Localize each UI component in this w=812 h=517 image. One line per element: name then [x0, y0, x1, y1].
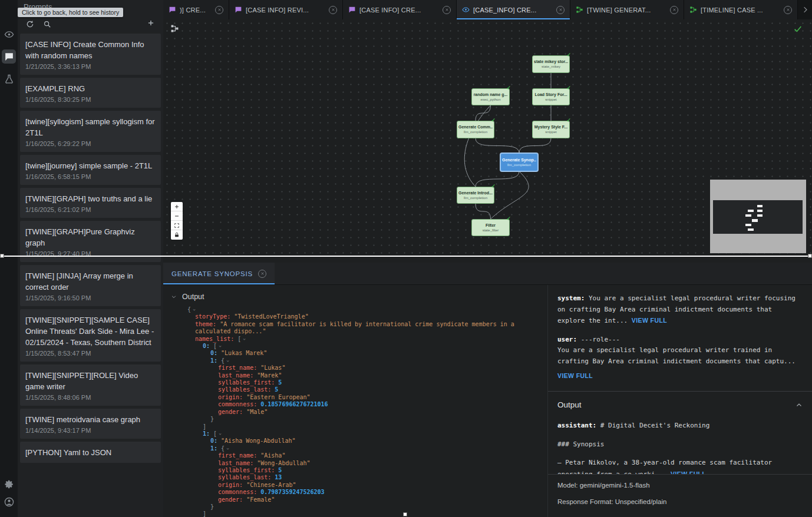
collapse-toggle-icon[interactable]: ›: [225, 359, 232, 362]
tab-close-button[interactable]: [670, 6, 678, 14]
tab-close-button[interactable]: [556, 6, 565, 14]
flow-node[interactable]: Load Story For... snippet ✓: [532, 88, 570, 105]
lock-button[interactable]: [171, 230, 183, 240]
resize-handle-right[interactable]: [808, 254, 812, 258]
tab-close-button[interactable]: [215, 6, 223, 14]
collapse-toggle-icon[interactable]: ›: [217, 432, 224, 435]
editor-tab[interactable]: [TIMELINE] CASE ...: [684, 0, 798, 19]
node-subtitle: state_filter: [483, 228, 499, 233]
panel-resize-handle[interactable]: [0, 256, 812, 257]
gear-icon: [4, 479, 14, 489]
editor-tab[interactable]: [CASE_INFO] CRE...: [457, 0, 570, 19]
prompt-list-item[interactable]: [TWINE] [JINJA] Array merge in correct o…: [20, 265, 161, 306]
flow-node[interactable]: random name g... exec_python ✓: [471, 88, 510, 105]
rail-account-button[interactable]: [2, 495, 16, 509]
minimap-node: [745, 214, 751, 217]
response-output-header[interactable]: Output: [557, 392, 803, 421]
tab-label: [CASE INFO] REVI...: [246, 6, 325, 14]
json-line: 1: {›: [187, 445, 538, 452]
inspector-tab-generate-synopsis[interactable]: GENERATE SYNOPSIS: [163, 263, 275, 284]
zoom-out-button[interactable]: [171, 211, 183, 221]
node-subtitle: snippet: [545, 130, 556, 134]
prompt-list-item[interactable]: [PYTHON] Yaml to JSON: [20, 442, 161, 463]
chat-icon: [348, 6, 356, 14]
assistant-message: assistant: # Digital Deceit's Reckoning …: [557, 420, 803, 480]
icon-rail: [0, 0, 18, 517]
tab-close-button[interactable]: [784, 6, 792, 14]
prompt-timestamp: 1/15/2025, 8:48:06 PM: [25, 394, 155, 401]
chevron-down-icon[interactable]: [171, 294, 177, 300]
flow-node[interactable]: Generate Introd... llm_completion ✓: [457, 187, 494, 204]
zoom-in-button[interactable]: [171, 202, 183, 211]
rail-experiments-button[interactable]: [2, 72, 16, 86]
prompts-toolbar-icons: [26, 20, 51, 28]
tab-close-button[interactable]: [329, 6, 337, 14]
chevron-right-icon: [801, 5, 810, 14]
rail-settings-button[interactable]: [2, 477, 16, 491]
plus-icon: [174, 204, 180, 210]
output-section-header[interactable]: Output: [163, 285, 547, 305]
message: user: ---role--- You are a specialist le…: [557, 334, 803, 367]
icon-rail-bottom: [0, 477, 18, 512]
prompt-list-item[interactable]: [CASE INFO] Create Common Info with rand…: [20, 34, 161, 75]
tab-overflow-button[interactable]: [798, 0, 812, 19]
node-subtitle: snippet: [545, 98, 556, 102]
chevron-up-icon[interactable]: [796, 402, 803, 409]
node-subtitle: state_mikey: [542, 65, 560, 69]
collapse-toggle-icon[interactable]: ›: [217, 345, 224, 348]
prompt-title: [EXAMPLE] RNG: [25, 83, 155, 94]
node-success-check-icon: ✓: [566, 52, 571, 58]
json-line: ]: [187, 423, 538, 430]
prompt-list-item[interactable]: [TWINE][SNIPPET][SAMPLE CASE] Online Thr…: [20, 309, 161, 362]
flow-node[interactable]: Generate Synop... llm_completion: [500, 153, 538, 171]
node-title: state mikey stor...: [534, 59, 568, 64]
node-title: Generate Comm...: [458, 125, 493, 130]
rail-prompts-button[interactable]: [2, 49, 16, 64]
view-full-link[interactable]: VIEW FULL: [632, 317, 667, 324]
resize-handle-left[interactable]: [0, 254, 4, 258]
collapse-toggle-icon[interactable]: ›: [225, 447, 232, 450]
rail-visibility-button[interactable]: [2, 27, 16, 41]
editor-tab[interactable]: [CASE INFO] REVI...: [229, 0, 343, 19]
tab-label: [CASE_INFO] CRE...: [473, 6, 553, 14]
json-line: last_name: "Marek": [187, 372, 538, 379]
message-role: system:: [557, 294, 585, 302]
json-line: names_list: [›: [187, 336, 538, 343]
flow-node[interactable]: Filter state_filter ✓: [471, 219, 510, 236]
flow-canvas[interactable]: state mikey stor... state_mikey ✓ random…: [163, 19, 812, 256]
tab-close-button[interactable]: [443, 6, 451, 14]
collapse-toggle-icon[interactable]: ›: [191, 308, 198, 311]
editor-tab-bar: )] CRE... [CASE INFO] REVI... [CASE INFO…: [163, 0, 812, 19]
tab-close-button[interactable]: [258, 270, 266, 278]
prompt-list-item[interactable]: [TWINE][SNIPPET][ROLE] Video game writer…: [20, 364, 161, 406]
flow-node[interactable]: state mikey stor... state_mikey ✓: [532, 55, 570, 73]
prompt-title: [twine][syllogism] sample syllogism for …: [25, 116, 155, 138]
response-output-label: Output: [557, 400, 582, 411]
fit-view-button[interactable]: [171, 221, 183, 230]
json-line: origin: "Eastern European": [187, 394, 538, 401]
node-title: Load Story For...: [534, 92, 567, 97]
flow-node[interactable]: Generate Comm... llm_completion ✓: [457, 121, 494, 138]
view-full-link[interactable]: VIEW FULL: [557, 370, 803, 382]
editor-tab[interactable]: [CASE INFO] CRE...: [343, 0, 457, 19]
editor-tab[interactable]: [TWINE] GENERAT...: [570, 0, 684, 19]
flow-icon: [576, 6, 583, 14]
minimap-node: [745, 224, 751, 226]
refresh-icon[interactable]: [26, 20, 34, 28]
prompt-list-item[interactable]: [twine][journey] simple sample - 2T1L 1/…: [20, 155, 161, 185]
canvas-minimap[interactable]: [710, 180, 806, 253]
prompt-list-item[interactable]: [EXAMPLE] RNG 1/16/2025, 8:30:25 PM: [20, 78, 161, 108]
search-icon[interactable]: [43, 20, 51, 28]
collapse-toggle-icon[interactable]: ›: [241, 337, 248, 340]
editor-tab[interactable]: )] CRE...: [163, 0, 229, 19]
resize-handle-bottom[interactable]: [403, 512, 407, 516]
prompt-list-item[interactable]: [TWINE] metroidvania case graph 1/14/202…: [20, 409, 161, 439]
json-line: gender: "Female": [187, 496, 538, 503]
tab-label: [TIMELINE] CASE ...: [701, 6, 780, 14]
flow-node[interactable]: Mystery Style F... snippet ✓: [532, 121, 570, 138]
minimap-node: [757, 214, 763, 217]
prompt-list-item[interactable]: [TWINE][GRAPH] two truths and a lie 1/16…: [20, 188, 161, 218]
prompt-list-item[interactable]: [twine][syllogism] sample syllogism for …: [20, 111, 161, 152]
add-prompt-button[interactable]: [147, 19, 155, 29]
json-line: origin: "Chinese-Arab": [187, 482, 538, 489]
